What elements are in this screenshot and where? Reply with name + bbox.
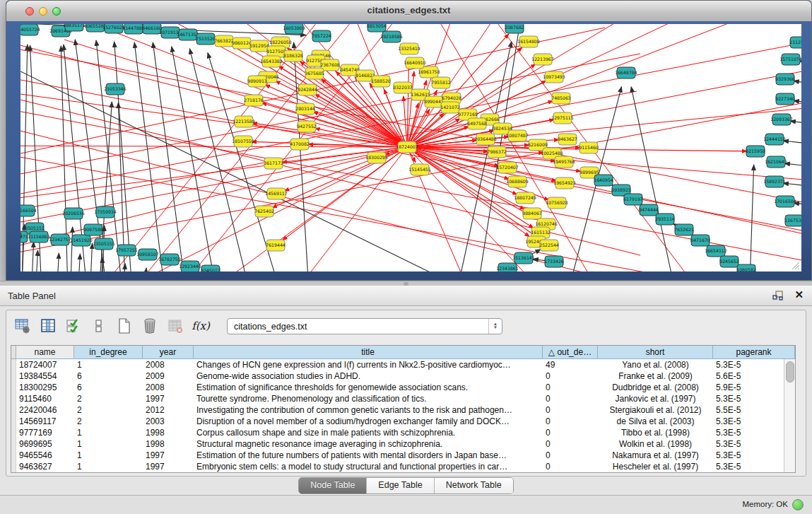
graph-node[interactable]: 1588520 <box>371 76 391 87</box>
row-height-icon[interactable] <box>90 317 108 335</box>
graph-node[interactable]: 7485063 <box>551 93 571 104</box>
graph-node[interactable]: 12923448 <box>179 261 201 271</box>
graph-node[interactable]: 17016504 <box>774 196 796 207</box>
graph-node[interactable]: 12343861 <box>496 263 519 271</box>
table-row[interactable]: 1938455462009Genome-wide association stu… <box>11 370 795 382</box>
graph-node[interactable]: 2522544 <box>539 240 559 251</box>
graph-node[interactable]: 9474444 <box>639 204 659 216</box>
graph-node[interactable]: 10688609 <box>506 176 529 187</box>
graph-node[interactable]: 16782759 <box>158 254 181 265</box>
graph-node[interactable]: 9884067 <box>522 208 542 219</box>
graph-node[interactable]: 11451920 <box>70 235 93 246</box>
show-columns-icon[interactable] <box>39 317 57 335</box>
graph-node[interactable]: 7632621 <box>674 224 694 235</box>
graph-node[interactable]: 7955812 <box>431 77 451 88</box>
graph-node[interactable]: 7619444 <box>266 240 286 251</box>
tab-network-table[interactable]: Network Table <box>435 478 513 493</box>
column-header-year[interactable]: year <box>143 346 194 359</box>
graph-node[interactable]: 24055724 <box>20 24 40 35</box>
graph-node[interactable]: 18724007 <box>396 141 418 153</box>
graph-node[interactable]: 9890913 <box>247 76 267 87</box>
graph-node[interactable]: 2087682 <box>505 24 524 33</box>
column-header-pagerank[interactable]: pagerank <box>713 346 795 359</box>
table-row[interactable]: 946554611997Estimation of the future num… <box>11 450 795 461</box>
graph-node[interactable]: 2935114 <box>655 214 675 225</box>
graph-node[interactable]: 19654923 <box>553 177 576 189</box>
table-row[interactable]: 911546021997Tourette syndrome. Phenomeno… <box>11 393 795 404</box>
table-row[interactable]: 1872400712008Changes of HCN gene express… <box>11 359 795 370</box>
graph-node[interactable]: 12342757 <box>49 234 71 245</box>
graph-node[interactable]: 12444158 <box>763 134 786 145</box>
graph-node[interactable]: 9329366 <box>775 74 795 85</box>
graph-node[interactable]: 1733426 <box>544 256 564 267</box>
network-canvas[interactable]: 2405572420691406188351711065528715276020… <box>20 24 801 271</box>
graph-node[interactable]: 16154808 <box>517 36 540 47</box>
graph-node[interactable]: 6179197 <box>623 194 643 205</box>
graph-node[interactable]: 16210643 <box>765 156 787 168</box>
graph-node[interactable]: 10973493 <box>543 71 565 83</box>
tab-node-table[interactable]: Node Table <box>299 478 367 493</box>
table-row[interactable]: 1456911722003Disruption of a novel membe… <box>11 416 795 427</box>
graph-node[interactable]: 9245652 <box>719 256 739 267</box>
graph-node[interactable]: 8186328 <box>283 50 303 62</box>
graph-node[interactable]: 16648784 <box>615 67 637 78</box>
graph-node[interactable]: 9115460 <box>579 142 599 153</box>
graph-node[interactable]: 15751074 <box>779 54 801 65</box>
graph-node[interactable]: 16053809 <box>283 24 305 34</box>
graph-node[interactable]: 9463627 <box>558 134 577 145</box>
table-select-dropdown[interactable]: citations_edges.txt ▲▼ <box>227 318 502 334</box>
column-header-short[interactable]: short <box>598 346 713 359</box>
graph-node[interactable]: 15276020 <box>102 24 125 33</box>
graph-node[interactable]: 18835171 <box>63 24 86 31</box>
column-header-title[interactable]: title <box>194 346 543 359</box>
resize-grip-icon[interactable] <box>791 261 800 270</box>
graph-node[interactable]: 13505155 <box>93 238 115 250</box>
graph-node[interactable]: 20206536 <box>62 208 85 219</box>
graph-node[interactable]: 16654112 <box>705 245 727 257</box>
graph-node[interactable]: 14569117 <box>265 188 288 199</box>
graph-node[interactable]: 3617173 <box>264 158 283 169</box>
graph-node[interactable]: 10807487 <box>506 130 529 141</box>
graph-node[interactable]: 7857224 <box>312 30 331 42</box>
window-titlebar[interactable]: citations_edges.txt <box>6 1 811 22</box>
float-panel-icon[interactable] <box>772 290 784 301</box>
graph-node[interactable]: 12213967 <box>531 54 554 65</box>
graph-node[interactable]: 1112538 <box>789 37 801 48</box>
scrollbar-thumb[interactable] <box>786 361 794 382</box>
graph-node[interactable]: 9427552 <box>297 121 317 132</box>
table-row[interactable]: 1830029562008Estimation of significance … <box>11 382 795 393</box>
graph-node[interactable]: 17957255 <box>115 245 138 256</box>
graph-node[interactable]: 6497568 <box>467 118 487 129</box>
graph-node[interactable]: 18300295 <box>365 152 388 163</box>
graph-node[interactable]: 18807249 <box>514 192 536 204</box>
graph-node[interactable]: 9245012 <box>201 265 220 271</box>
graph-node[interactable]: 13325419 <box>398 43 420 54</box>
import-table-disabled-icon[interactable] <box>166 317 184 335</box>
graph-node[interactable]: 12213589 <box>233 116 255 127</box>
tab-edge-table[interactable]: Edge Table <box>367 478 434 493</box>
delete-icon[interactable] <box>141 317 159 335</box>
column-header-out_de[interactable]: △ out_de… <box>543 346 598 359</box>
graph-node[interactable]: 7515526 <box>196 33 216 45</box>
graph-node[interactable]: 9860124 <box>232 37 252 49</box>
graph-node[interactable]: 20364486 <box>474 134 497 145</box>
graph-node[interactable]: 8813054 <box>367 24 387 32</box>
graph-node[interactable]: 10958107 <box>136 249 159 260</box>
select-columns-icon[interactable] <box>64 317 83 335</box>
table-row[interactable]: 946362711997Embryonic stem cells: a mode… <box>11 461 795 472</box>
graph-node[interactable]: 15145455 <box>408 164 431 175</box>
graph-node[interactable]: 15720407 <box>496 162 519 173</box>
graph-node[interactable]: 8215958 <box>746 146 765 157</box>
graph-node[interactable]: 9242844 <box>298 84 317 95</box>
graph-node[interactable]: 8471670 <box>690 235 710 246</box>
graph-node[interactable]: 7986372 <box>487 146 507 158</box>
graph-node[interactable]: 16640910 <box>404 57 426 69</box>
graph-node[interactable]: 9227340 <box>775 93 795 105</box>
graph-node[interactable]: 12093367 <box>770 114 793 125</box>
graph-node[interactable]: 2718176 <box>244 95 264 106</box>
graph-node[interactable]: 25166504 <box>20 205 37 216</box>
graph-node[interactable]: 7625402 <box>254 206 274 217</box>
graph-node[interactable]: 16543382 <box>260 56 283 67</box>
table-settings-icon[interactable] <box>13 317 32 335</box>
graph-node[interactable]: 7663822 <box>214 35 234 47</box>
